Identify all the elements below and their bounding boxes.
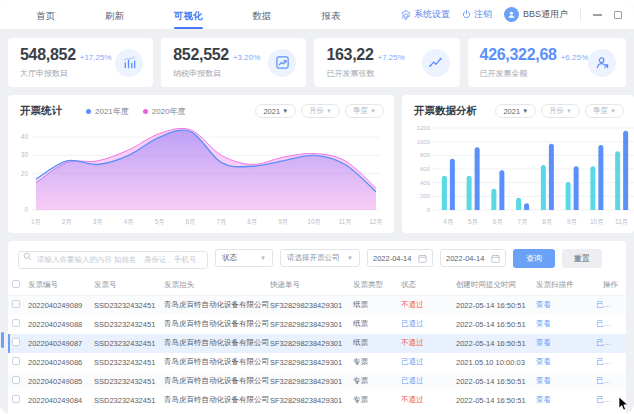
svg-text:8月: 8月 [247,218,257,226]
col-actions: 操作 [596,280,622,290]
approve-reject-link[interactable]: 已通过/不通过 [596,338,622,348]
query-button[interactable]: 查询 [513,249,555,268]
minimize-icon[interactable] [593,14,602,16]
cell-express-no: SF328298238429301 [270,301,353,310]
table-row[interactable]: 2022040249085 SSD23232432451 青岛虎百特自动化设备有… [8,372,626,391]
view-scan-link[interactable]: 查看 [536,300,596,310]
chevron-down-icon: ▼ [610,108,616,114]
legend-label-2021: 2021年度 [95,106,129,117]
search-input[interactable] [18,251,208,269]
chevron-down-icon: ▼ [370,108,376,114]
status-select[interactable]: 状态▼ [215,249,273,267]
stat-value: 852,552 [173,46,229,64]
row-checkbox[interactable] [12,395,20,403]
reset-button[interactable]: 重置 [562,249,602,268]
cell-created-time: 2022-05-14 16:50:51 [456,396,536,405]
svg-text:3月: 3月 [93,218,103,226]
approve-reject-link[interactable]: 已通过/不通过 [596,319,622,329]
tab-data[interactable]: 数据 [253,7,272,23]
table-row[interactable]: 2022040249086 SSD23232432451 青岛虎百特自动化设备有… [8,353,626,372]
row-checkbox[interactable] [12,338,20,346]
app-window: 首页 刷新 可视化 数据 报表 系统设置 注销 BBS通用户 [0,0,634,414]
svg-text:5月: 5月 [155,218,165,226]
cell-status: 已通过 [401,357,456,367]
system-settings-button[interactable]: 系统设置 [401,8,450,21]
cell-invoice-no: 2022040249086 [28,358,94,367]
stat-card-invoice-amount: 426,322,68 +6.25% 已开发票金额 [468,38,626,87]
svg-text:200: 200 [420,193,431,199]
cell-created-time: 2022-05-14 16:50:51 [456,301,536,310]
svg-text:10月: 10月 [590,218,604,226]
cell-status: 不通过 [401,300,456,310]
cell-status: 不通过 [401,338,456,348]
stat-card-invoices-issued: 163,22 +7.25% 已开发票张数 [314,38,459,87]
chevron-down-icon: ▼ [522,108,528,114]
view-scan-link[interactable]: 查看 [536,338,596,348]
quarter-filter[interactable]: 季度▼ [345,104,384,118]
month-filter[interactable]: 月份▼ [541,104,580,118]
view-scan-link[interactable]: 查看 [536,395,596,405]
row-checkbox[interactable] [12,357,20,365]
trend-box-icon [275,55,290,70]
divider [580,9,581,21]
cell-express-no: SF328298238429301 [270,358,353,367]
approve-reject-link[interactable]: 已通过/不通过 [596,300,622,310]
cell-invoice-no: 2022040249089 [28,301,94,310]
tab-home[interactable]: 首页 [36,7,55,23]
legend-dot-2020 [143,109,148,114]
svg-text:1200: 1200 [417,125,431,131]
table-row[interactable]: 2022040249088 SSD23232432451 青岛虎百特自动化设备有… [8,315,626,334]
calendar-icon [418,254,427,263]
calendar-icon [491,254,500,263]
tab-refresh[interactable]: 刷新 [105,7,124,23]
approve-reject-link[interactable]: 已通过/不通过 [596,376,622,386]
quarter-filter[interactable]: 季度▼ [585,104,624,118]
month-filter[interactable]: 月份▼ [301,104,340,118]
table-body: 2022040249089 SSD23232432451 青岛虎百特自动化设备有… [8,296,626,414]
svg-text:6月: 6月 [185,218,195,226]
logout-button[interactable]: 注销 [462,8,492,21]
stat-change: +3.20% [233,53,260,62]
date-to-picker[interactable]: 2022-04-14 [440,249,506,267]
invoice-table-card: 状态▼ 请选择开票公司▼ 2022-04-14 2022-04-14 查询 重置… [8,241,626,414]
svg-text:400: 400 [420,180,431,186]
table-row[interactable]: 2022040249084 SSD23232432451 青岛虎百特自动化设备有… [8,391,626,410]
row-checkbox[interactable] [12,319,20,327]
line-chart-icon [428,55,443,70]
settings-label: 系统设置 [414,8,450,21]
table-row[interactable]: 2022040249087 SSD23232432451 青岛虎百特自动化设备有… [8,334,626,353]
svg-text:0: 0 [24,206,28,213]
svg-text:30: 30 [21,151,29,158]
user-menu[interactable]: BBS通用户 [504,7,568,22]
maximize-icon[interactable] [614,11,622,19]
view-scan-link[interactable]: 查看 [536,376,596,386]
stat-cards: 548,852 +17.25% 大厅申报数目 852,552 +3.20% 纳税… [8,38,626,87]
row-checkbox[interactable] [12,300,20,308]
year-filter[interactable]: 2021▼ [495,104,536,118]
date-from-picker[interactable]: 2022-04-14 [367,249,433,267]
view-scan-link[interactable]: 查看 [536,319,596,329]
panel-title: 开票数据分析 [414,104,477,118]
scroll-indicator[interactable] [1,332,4,348]
cell-status: 已通过 [401,376,456,386]
search-icon [23,252,32,261]
chevron-down-icon: ▼ [260,255,266,261]
company-select[interactable]: 请选择开票公司▼ [280,249,360,267]
stat-value: 163,22 [326,46,373,64]
select-all-checkbox[interactable] [12,280,20,288]
tab-visualization[interactable]: 可视化 [174,7,203,23]
cell-created-time: 2022-05-14 16:50:51 [456,320,536,329]
bar-chart-icon [122,55,137,70]
cell-created-time: 2022-05-14 16:50:51 [456,377,536,386]
row-checkbox[interactable] [12,376,20,384]
table-row[interactable]: 2022040249089 SSD23232432451 青岛虎百特自动化设备有… [8,296,626,315]
chevron-down-icon: ▼ [282,108,288,114]
svg-text:12月: 12月 [369,218,383,226]
view-scan-link[interactable]: 查看 [536,357,596,367]
cell-invoice-no: 2022040249088 [28,320,94,329]
cell-invoice-number: SSD23232432451 [94,358,164,367]
tab-report[interactable]: 报表 [322,7,341,23]
year-filter[interactable]: 2021▼ [255,104,296,118]
approve-reject-link[interactable]: 已通过/不通过 [596,357,622,367]
cell-invoice-number: SSD23232432451 [94,301,164,310]
